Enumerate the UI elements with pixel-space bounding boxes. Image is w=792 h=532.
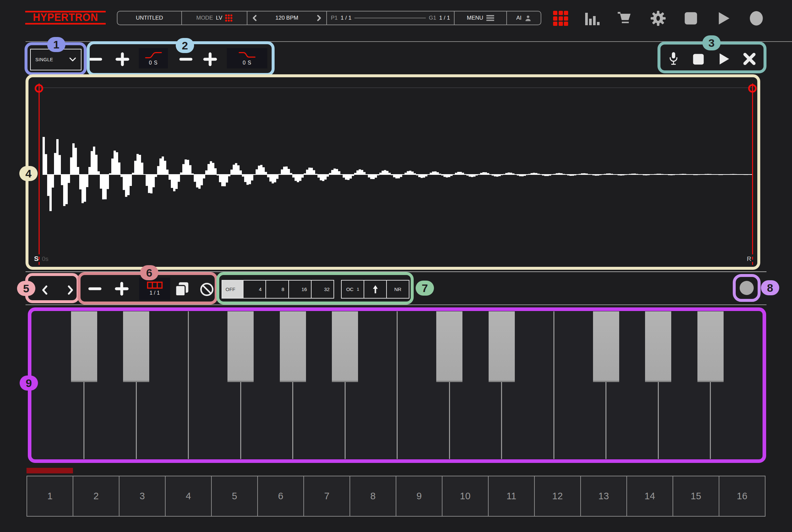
loop-segment-8[interactable]: 8 — [266, 281, 288, 298]
loop-segment-off[interactable]: OFF — [222, 281, 243, 298]
attack-minus-button[interactable] — [86, 50, 105, 69]
attack-envelope-display[interactable]: 0 S — [139, 48, 168, 69]
pad-number: 3 — [139, 491, 144, 501]
levels-icon[interactable] — [584, 10, 601, 26]
pad-number: 6 — [278, 491, 283, 501]
pad-12[interactable]: 12 — [534, 476, 581, 517]
project-title: UNTITLED — [136, 15, 163, 21]
black-key[interactable] — [332, 311, 358, 382]
pad-2[interactable]: 2 — [73, 476, 119, 517]
octave-group: OC 1 NR — [341, 280, 409, 299]
pad-7[interactable]: 7 — [303, 476, 350, 517]
release-plus-button[interactable] — [201, 50, 219, 69]
sample-mic-button[interactable] — [664, 50, 683, 68]
white-key-divider — [188, 311, 189, 459]
waveform-display[interactable] — [31, 77, 755, 268]
arrow-up-icon — [372, 285, 379, 294]
end-marker-line[interactable] — [752, 83, 753, 251]
loop-segment-4[interactable]: 4 — [243, 281, 266, 298]
pad-16[interactable]: 16 — [719, 476, 766, 517]
pad-15[interactable]: 15 — [673, 476, 719, 517]
pad-8[interactable]: 8 — [349, 476, 396, 517]
bpm-next-icon[interactable] — [315, 14, 322, 22]
pad-4[interactable]: 4 — [165, 476, 212, 517]
copy-button[interactable] — [173, 280, 191, 298]
black-key[interactable] — [228, 311, 254, 382]
black-key[interactable] — [489, 311, 515, 382]
project-title-button[interactable]: UNTITLED — [117, 12, 182, 24]
black-key[interactable] — [697, 311, 723, 382]
sample-discard-button[interactable] — [740, 50, 759, 68]
black-key[interactable] — [280, 311, 306, 382]
pattern-group-indicator[interactable]: P1 1 / 1 G1 1 / 1 — [327, 12, 455, 24]
keyboard-record-button[interactable] — [740, 281, 754, 295]
attack-curve-icon — [144, 51, 163, 59]
pad-number: 11 — [506, 491, 516, 501]
black-key[interactable] — [645, 311, 671, 382]
start-marker-handle[interactable] — [35, 84, 43, 93]
pad-bank: 12345678910111213141516 — [26, 476, 766, 517]
pad-10[interactable]: 10 — [442, 476, 489, 517]
start-marker-line[interactable] — [39, 83, 40, 251]
pads-grid-icon[interactable] — [553, 11, 568, 26]
mode-button[interactable]: MODE LV — [182, 12, 247, 24]
pad-13[interactable]: 13 — [580, 476, 627, 517]
pad-5[interactable]: 5 — [211, 476, 258, 517]
callout-badge-5: 5 — [17, 281, 35, 296]
pad-number: 15 — [691, 491, 701, 501]
pad-number: 1 — [47, 491, 52, 501]
play-icon[interactable] — [715, 10, 732, 26]
page-plus-button[interactable] — [113, 280, 131, 298]
ai-button[interactable]: AI — [507, 12, 541, 24]
octave-indicator[interactable]: OC 1 — [342, 281, 364, 298]
menu-button[interactable]: MENU — [455, 12, 507, 24]
pad-1[interactable]: 1 — [26, 476, 73, 517]
waveform-centerline — [42, 174, 753, 175]
pad-6[interactable]: 6 — [257, 476, 304, 517]
stop-icon[interactable] — [683, 10, 699, 26]
end-marker-label: R — [747, 255, 751, 263]
g1-value: 1 / 1 — [439, 15, 450, 21]
sample-play-button[interactable] — [715, 50, 733, 68]
prev-sample-button[interactable] — [36, 281, 54, 299]
user-icon — [525, 15, 532, 22]
settings-gear-icon[interactable] — [650, 10, 666, 26]
callout-badge-7: 7 — [416, 281, 434, 296]
black-key[interactable] — [436, 311, 462, 382]
pad-3[interactable]: 3 — [119, 476, 166, 517]
bpm-prev-icon[interactable] — [251, 14, 258, 22]
pad-11[interactable]: 11 — [488, 476, 535, 517]
page-indicator[interactable]: 1 / 1 — [139, 278, 170, 300]
end-marker-handle[interactable] — [748, 84, 757, 93]
black-key[interactable] — [123, 311, 149, 382]
release-envelope-display[interactable]: 0 S — [227, 48, 267, 69]
black-key[interactable] — [593, 311, 619, 382]
bpm-value[interactable]: 120 BPM — [275, 15, 298, 21]
clear-button[interactable] — [198, 280, 216, 299]
next-sample-button[interactable] — [61, 281, 79, 299]
release-minus-button[interactable] — [177, 50, 195, 69]
record-icon[interactable] — [748, 10, 765, 26]
sample-stop-button[interactable] — [689, 50, 708, 69]
loop-segment-16[interactable]: 16 — [288, 281, 311, 298]
hamburger-icon — [486, 14, 494, 22]
page-minus-button[interactable] — [86, 280, 104, 298]
pad-number: 2 — [93, 491, 98, 501]
octave-up-button[interactable] — [364, 281, 386, 298]
shop-cart-icon[interactable] — [617, 10, 634, 26]
sample-mode-select[interactable]: SINGLE — [30, 49, 81, 70]
release-curve-icon — [238, 51, 256, 59]
pad-9[interactable]: 9 — [396, 476, 443, 517]
pad-14[interactable]: 14 — [626, 476, 673, 517]
top-icon-strip — [553, 10, 765, 26]
page-strip-icon — [147, 282, 163, 289]
pad-number: 8 — [370, 491, 375, 501]
pad-progress-bar — [26, 468, 73, 473]
page-value: 1 / 1 — [150, 290, 160, 296]
callout-badge-8: 8 — [761, 280, 779, 295]
black-key[interactable] — [71, 311, 97, 382]
attack-plus-button[interactable] — [113, 50, 132, 69]
note-repeat-button[interactable]: NR — [386, 281, 409, 298]
pad-number: 9 — [416, 491, 422, 501]
loop-segment-32[interactable]: 32 — [311, 281, 333, 298]
